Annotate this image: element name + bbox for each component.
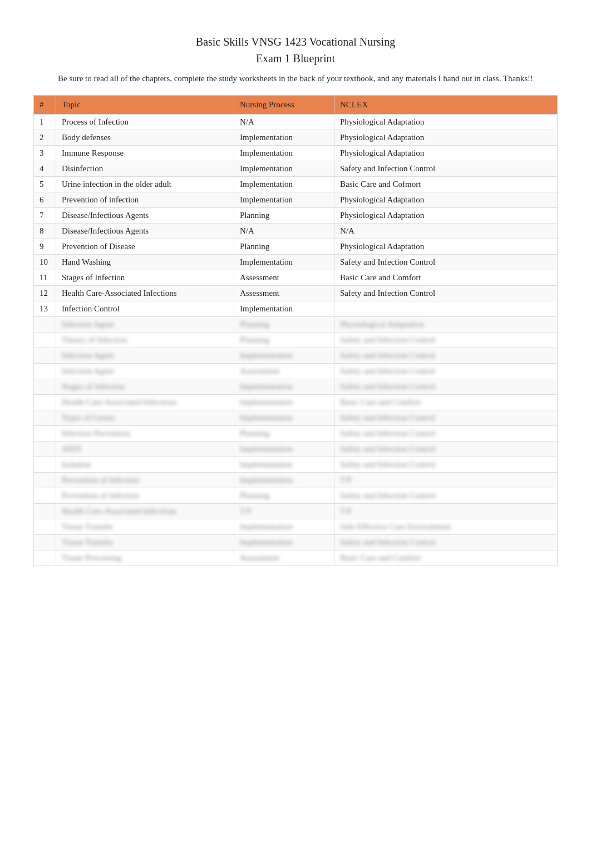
cell-num [34,395,56,410]
cell-nursing: N/A [234,224,334,239]
cell-nursing: Implementation [234,192,334,208]
cell-nursing: Implementation [234,473,334,488]
cell-num [34,504,56,519]
instructions-text: Be sure to read all of the chapters, com… [33,72,558,85]
cell-nclex: T/F [334,473,558,488]
cell-nursing: Implementation [234,442,334,457]
cell-nclex: Safety and Infection Control [334,161,558,177]
cell-num [34,426,56,442]
table-row: 5Urine infection in the older adultImple… [34,177,558,192]
table-row: 4DisinfectionImplementationSafety and In… [34,161,558,177]
table-row: 13Infection ControlImplementation [34,301,558,317]
cell-num [34,519,56,535]
cell-nclex: Safety and Infection Control [334,488,558,504]
cell-num: 8 [34,224,56,239]
cell-num [34,348,56,364]
cell-topic: Disinfection [56,161,234,177]
table-row: Health Care-Associated InfectionsT/FT/F [34,504,558,519]
cell-nclex: Safety and Infection Control [334,286,558,301]
cell-num: 9 [34,239,56,255]
cell-nclex: Safety and Infection Control [334,457,558,473]
cell-nclex: Physiological Adaptation [334,208,558,224]
cell-num: 4 [34,161,56,177]
cell-nclex: Safe Effective Care Environment [334,519,558,535]
cell-num [34,333,56,348]
cell-nursing: Assessment [234,270,334,286]
cell-num: 7 [34,208,56,224]
table-row: Health Care-Associated InfectionsImpleme… [34,395,558,410]
cell-topic: Stages of Infection [56,379,234,395]
cell-nclex [334,301,558,317]
blueprint-table: # Topic Nursing Process NCLEX 1Process o… [33,95,558,566]
table-row: Infection PreventionPlanningSafety and I… [34,426,558,442]
cell-topic: Types of Germs [56,410,234,426]
cell-topic: Theory of Infection [56,333,234,348]
table-row: Theory of InfectionPlanningSafety and In… [34,333,558,348]
cell-nclex: Basic Care and Comfort [334,270,558,286]
cell-nclex: Safety and Infection Control [334,379,558,395]
cell-nclex: Physiological Adaptation [334,239,558,255]
cell-nursing: Implementation [234,146,334,161]
cell-nursing: Implementation [234,379,334,395]
cell-nursing: Implementation [234,519,334,535]
cell-nclex: Basic Care and Cofmort [334,177,558,192]
cell-nclex: Safety and Infection Control [334,426,558,442]
table-row: Prevention of InfectionImplementationT/F [34,473,558,488]
cell-topic: Infection Control [56,301,234,317]
cell-nursing: Planning [234,333,334,348]
col-header-nursing: Nursing Process [234,96,334,115]
cell-nclex: Physiological Adaptation [334,317,558,333]
cell-nursing: Assessment [234,286,334,301]
table-row: 9Prevention of DiseasePlanningPhysiologi… [34,239,558,255]
col-header-topic: Topic [56,96,234,115]
cell-topic: Prevention of Disease [56,239,234,255]
cell-nursing: Planning [234,488,334,504]
cell-topic: Process of Infection [56,115,234,130]
cell-nursing: Implementation [234,130,334,146]
cell-num [34,488,56,504]
table-row: Infection AgentAssessmentSafety and Infe… [34,364,558,379]
cell-topic: Urine infection in the older adult [56,177,234,192]
page-subtitle: Exam 1 Blueprint [33,52,558,65]
table-row: 1Process of InfectionN/APhysiological Ad… [34,115,558,130]
cell-nursing: Implementation [234,177,334,192]
col-header-num: # [34,96,56,115]
cell-nclex: Physiological Adaptation [334,192,558,208]
table-row: 10Hand WashingImplementationSafety and I… [34,255,558,270]
cell-num: 10 [34,255,56,270]
cell-topic: Immune Response [56,146,234,161]
cell-num: 3 [34,146,56,161]
cell-nclex: T/F [334,504,558,519]
cell-nursing: Implementation [234,161,334,177]
cell-nursing: N/A [234,115,334,130]
cell-topic: Stages of Infection [56,270,234,286]
cell-topic: Body defenses [56,130,234,146]
cell-nclex: Basic Care and Comfort [334,550,558,566]
cell-num: 12 [34,286,56,301]
table-row: 2Body defensesImplementationPhysiologica… [34,130,558,146]
table-row: 3Immune ResponseImplementationPhysiologi… [34,146,558,161]
cell-nursing: Implementation [234,410,334,426]
table-row: Prevention of InfectionPlanningSafety an… [34,488,558,504]
table-row: Infection AgentPlanningPhysiological Ada… [34,317,558,333]
cell-nclex: Physiological Adaptation [334,130,558,146]
cell-num: 13 [34,301,56,317]
cell-nursing: Planning [234,317,334,333]
table-row: 11Stages of InfectionAssessmentBasic Car… [34,270,558,286]
cell-nclex: N/A [334,224,558,239]
table-row: IsolationImplementationSafety and Infect… [34,457,558,473]
cell-num [34,364,56,379]
cell-num: 5 [34,177,56,192]
cell-nursing: Implementation [234,348,334,364]
cell-nclex: Safety and Infection Control [334,410,558,426]
cell-nclex: Safety and Infection Control [334,255,558,270]
cell-num: 2 [34,130,56,146]
cell-topic: Isolation [56,457,234,473]
table-row: 6Prevention of infectionImplementationPh… [34,192,558,208]
cell-nursing: Planning [234,208,334,224]
cell-nclex: Physiological Adaptation [334,115,558,130]
cell-nclex: Safety and Infection Control [334,535,558,550]
cell-topic: Prevention of infection [56,192,234,208]
table-header-row: # Topic Nursing Process NCLEX [34,96,558,115]
cell-topic: Infection Agent [56,364,234,379]
